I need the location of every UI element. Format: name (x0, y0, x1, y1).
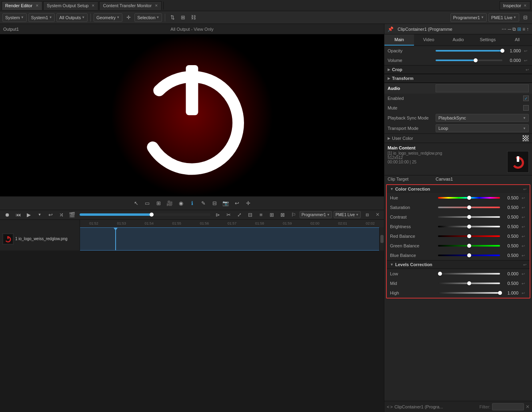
tl-record-icon[interactable]: ⏺ (2, 210, 12, 219)
tl-flag-icon[interactable]: ⚐ (289, 210, 298, 219)
high-reset[interactable]: ↩ (520, 290, 526, 296)
color-correction-section[interactable]: ▼ Color Correction ↩ (387, 185, 530, 193)
brightness-slider[interactable] (438, 226, 500, 227)
insp-list-icon[interactable]: ≡ (522, 26, 525, 32)
blue-balance-slider[interactable] (438, 255, 500, 256)
mid-reset[interactable]: ↩ (520, 280, 526, 287)
camera-icon[interactable]: 🎥 (165, 198, 174, 208)
tl-cut-icon[interactable]: ✂ (224, 210, 234, 219)
mute-check[interactable] (523, 105, 529, 111)
tab-render-editor-close[interactable]: ✕ (36, 4, 39, 8)
green-balance-reset[interactable]: ↩ (520, 243, 526, 249)
tl-pme1live[interactable]: PME1 Live ▼ (334, 211, 361, 218)
contrast-reset[interactable]: ↩ (520, 214, 526, 220)
settings-icon[interactable]: ⊟ (521, 13, 530, 22)
volume-thumb[interactable] (474, 58, 478, 62)
red-balance-slider[interactable] (438, 235, 500, 237)
tab-video[interactable]: Video (414, 34, 444, 46)
saturation-reset[interactable]: ↩ (520, 204, 526, 211)
tl-align3-icon[interactable]: ≡ (256, 210, 266, 219)
link-icon[interactable]: ⛓ (189, 13, 198, 22)
tl-settings-icon[interactable]: ⊟ (362, 210, 372, 219)
system1-dropdown[interactable]: System1 ▼ (28, 13, 55, 22)
system-dropdown[interactable]: System ▼ (2, 13, 27, 22)
track-content[interactable] (80, 227, 379, 251)
tl-mark-icon[interactable]: ⊳ (213, 210, 223, 219)
volume-reset[interactable]: ↩ (522, 57, 529, 64)
hue-slider[interactable] (438, 197, 500, 199)
transform-section[interactable]: ▶ Transform (384, 74, 532, 83)
high-thumb[interactable] (498, 291, 502, 295)
timeline-close-btn[interactable]: ✕ (374, 211, 382, 219)
saturation-thumb[interactable] (467, 205, 471, 209)
grid-view-icon[interactable]: ⊞ (154, 198, 163, 208)
crop-section[interactable]: ▶ Crop ↩ (384, 65, 532, 74)
tab-content-transfer-close[interactable]: ✕ (155, 4, 158, 8)
blue-balance-thumb[interactable] (467, 253, 471, 257)
nav-forward-icon[interactable]: > (390, 404, 392, 409)
opacity-slider[interactable] (436, 50, 502, 52)
cc-reset[interactable]: ↩ (523, 187, 526, 191)
tab-all[interactable]: All (502, 34, 532, 46)
hue-reset[interactable]: ↩ (520, 195, 526, 201)
tab-main[interactable]: Main (384, 34, 414, 46)
high-slider[interactable] (438, 292, 500, 294)
red-balance-reset[interactable]: ↩ (520, 233, 526, 239)
insp-more-icon[interactable]: ⋯ (502, 26, 506, 32)
inspector-tab-close[interactable]: ✕ (524, 4, 527, 8)
contrast-slider[interactable] (438, 216, 500, 218)
insp-minimize-icon[interactable]: ─ (508, 26, 511, 32)
green-balance-thumb[interactable] (467, 244, 471, 248)
tl-play-icon[interactable]: ▶ (24, 210, 34, 219)
low-thumb[interactable] (438, 272, 442, 276)
insp-grid2-icon[interactable]: ⊞ (517, 26, 521, 32)
tl-loop-icon[interactable]: ↩ (46, 210, 55, 219)
blue-balance-reset[interactable]: ↩ (520, 252, 526, 259)
layout-icon[interactable]: ⊟ (210, 198, 219, 208)
mid-thumb[interactable] (467, 281, 471, 285)
contrast-thumb[interactable] (467, 215, 471, 219)
tab-settings[interactable]: Settings (473, 34, 502, 46)
screenshot-icon[interactable]: 📷 (221, 198, 230, 208)
track-scroll-thumb[interactable] (380, 235, 384, 243)
tl-align4-icon[interactable]: ⊞ (267, 210, 277, 219)
filter-clear-icon[interactable]: ✕ (526, 404, 530, 410)
tl-align5-icon[interactable]: ⊠ (278, 210, 288, 219)
audio-input[interactable] (436, 84, 529, 92)
brightness-thumb[interactable] (467, 225, 471, 229)
opacity-thumb[interactable] (500, 49, 504, 53)
low-slider[interactable] (438, 273, 500, 275)
geometry-dropdown[interactable]: Geometry ▼ (94, 13, 122, 22)
filter-input[interactable] (492, 403, 524, 410)
saturation-slider[interactable] (438, 207, 500, 208)
tab-system-output[interactable]: System Output Setup ✕ (43, 1, 99, 10)
info-icon[interactable]: ℹ (187, 198, 197, 208)
tab-content-transfer[interactable]: Content Transfer Monitor ✕ (99, 1, 162, 10)
insp-detach-icon[interactable]: ⧉ (512, 26, 516, 32)
transport-dropdown[interactable]: Loop ▼ (436, 124, 529, 132)
opacity-reset[interactable]: ↩ (522, 48, 529, 54)
track-scrollbar[interactable] (379, 227, 384, 251)
mask-icon[interactable]: ◉ (176, 198, 186, 208)
tl-prev-icon[interactable]: ⏮ (13, 210, 23, 219)
tab-system-output-close[interactable]: ✕ (92, 4, 95, 8)
select-icon[interactable]: ▭ (142, 198, 152, 208)
tl-scene-icon[interactable]: 🎬 (67, 210, 77, 219)
outputs-dropdown[interactable]: All Outputs ▼ (56, 13, 88, 22)
lc-reset[interactable]: ↩ (523, 263, 526, 267)
tl-dropdown-icon[interactable]: ▼ (35, 210, 44, 219)
grid-icon[interactable]: ⊞ (178, 13, 187, 22)
levels-correction-section[interactable]: ▼ Levels Correction ↩ (387, 260, 530, 269)
pme1live-dropdown[interactable]: PME1 Live ▼ (488, 13, 519, 22)
cursor-icon[interactable]: ↖ (131, 198, 141, 208)
edit-icon[interactable]: ✎ (198, 198, 208, 208)
green-balance-slider[interactable] (438, 245, 500, 247)
undo-icon[interactable]: ↩ (232, 198, 242, 208)
tl-expand-icon[interactable]: ⤢ (235, 210, 244, 219)
low-reset[interactable]: ↩ (520, 271, 526, 277)
enabled-check[interactable] (523, 96, 529, 101)
red-balance-thumb[interactable] (467, 234, 471, 238)
tab-audio[interactable]: Audio (444, 34, 473, 46)
nav-back-icon[interactable]: < (387, 404, 389, 409)
volume-slider[interactable] (436, 60, 502, 61)
